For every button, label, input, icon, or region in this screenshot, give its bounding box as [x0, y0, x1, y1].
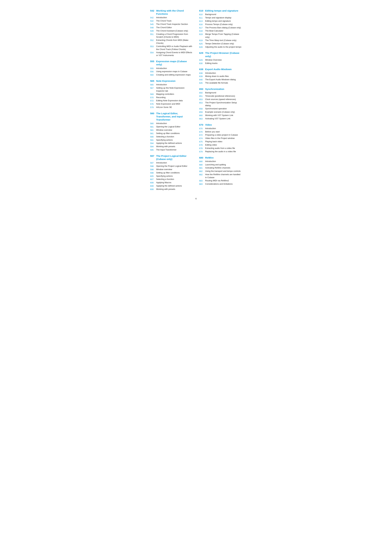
right-column: 610Editing tempo and signature610Backgro… — [199, 6, 242, 191]
list-item: 554Assigning Chord Events to MIDI Effect… — [150, 51, 193, 57]
section-title: The Project Browser (Cubase only) — [205, 51, 242, 58]
entry-text: Routing MIDI via ReWire2 — [205, 179, 229, 182]
entry-page-num: 625 — [199, 42, 205, 45]
list-item: 542Introduction — [150, 16, 193, 19]
entry-text: Considerations and limitations — [205, 183, 233, 186]
entry-page-num: 594 — [150, 145, 156, 148]
list-item: 565Introduction — [150, 83, 193, 86]
list-item: 616Process Tempo (Cubase only) — [199, 23, 242, 26]
entry-page-num: 560 — [150, 73, 156, 77]
entry-text: The available file formats — [205, 81, 228, 85]
entry-text: Setting up filter conditions — [156, 171, 180, 174]
entry-page-num: 554 — [150, 51, 156, 54]
entry-text: The Project Synchronization Setup dialog — [205, 101, 242, 107]
entry-page-num: 553 — [150, 45, 156, 48]
list-item: 545The Chord Track Inspector Section — [150, 23, 193, 26]
list-item: 595The Input Transformer — [150, 148, 193, 152]
entry-text: Launching and quitting — [205, 163, 226, 166]
entry-page-num: 542 — [150, 20, 156, 23]
list-item: 548The Chord Editor — [150, 26, 193, 29]
entry-text: Working with presets — [156, 145, 175, 148]
entry-page-num: 590 — [150, 135, 156, 139]
entry-page-num: 607 — [150, 178, 156, 181]
entry-page-num: 670 — [199, 127, 205, 130]
entry-text: HALion Sonic SE — [156, 106, 172, 109]
section-page-num: 597 — [150, 154, 156, 157]
entry-page-num: 597 — [150, 161, 156, 165]
list-item: 682How the ReWire channels are handled i… — [199, 173, 242, 179]
entry-page-num: 605 — [150, 175, 156, 178]
list-item: 650Background — [199, 91, 242, 95]
entry-text: Adjusting the audio to the project tempo — [205, 45, 242, 49]
list-item: 608Working with presets — [150, 188, 193, 191]
list-item: 556Using expression maps in Cubase — [150, 70, 193, 73]
entry-page-num: 542 — [150, 16, 156, 19]
list-item: 555Introduction — [150, 67, 193, 70]
entry-page-num: 663 — [199, 117, 205, 120]
entry-text: Introduction — [205, 72, 216, 75]
entry-page-num: 680 — [199, 163, 205, 167]
list-item: 581Window overview — [150, 129, 193, 132]
entry-text: Using the transport and tempo controls — [205, 170, 241, 173]
list-item: 598Opening the Project Logical Editor — [150, 165, 193, 168]
list-item: 542The Chord Track — [150, 20, 193, 23]
entry-text: Process Tempo (Cubase only) — [205, 23, 233, 26]
entry-page-num: 682 — [199, 170, 205, 173]
entry-page-num: 680 — [199, 160, 205, 163]
entry-page-num: 640 — [199, 78, 205, 81]
entry-text: Recording — [156, 96, 165, 99]
list-item: 567Setting up the Note Expression Inspec… — [150, 87, 193, 93]
entry-text: Opening the Logical Editor — [156, 125, 180, 128]
list-item: 597Introduction — [150, 161, 193, 165]
entry-text: Mapping controllers — [156, 93, 174, 96]
section-title: Video — [205, 123, 212, 126]
section-header-row: 629The Project Browser (Cubase only) — [199, 51, 242, 58]
entry-text: The Chord Assistant (Cubase only) — [156, 29, 188, 32]
list-item: 552Extracting Chords from MIDI (Make Cho… — [150, 39, 193, 45]
entry-text: Video files in the Project window — [205, 137, 235, 140]
entry-page-num: 594 — [150, 142, 156, 145]
entry-page-num: 611 — [199, 16, 205, 20]
entry-text: Working with VST System Link — [205, 114, 233, 117]
entry-text: Window overview — [156, 168, 172, 171]
section-header-row: 670Video — [199, 123, 242, 126]
entry-page-num: 545 — [150, 23, 156, 26]
entry-page-num: 569 — [150, 93, 156, 96]
list-item: 576Note Expression and MIDI — [150, 102, 193, 106]
section-header-row: 610Editing tempo and signature — [199, 9, 242, 12]
entry-page-num: 630 — [199, 62, 205, 65]
section-page-num: 610 — [199, 9, 205, 12]
list-item: 675Playing back video — [199, 140, 242, 143]
section-title: The Project Logical Editor (Cubase only) — [156, 154, 193, 161]
entry-text: Introduction — [205, 127, 216, 130]
list-item: 680Launching and quitting — [199, 163, 242, 167]
entry-text: Introduction — [156, 16, 167, 19]
entry-text: Introduction — [156, 122, 167, 125]
list-item: 658Synchronized operation — [199, 107, 242, 110]
entry-text: Playing back video — [205, 140, 222, 143]
entry-page-num: 598 — [150, 165, 156, 168]
list-item: 560Creating and editing expression maps — [150, 73, 193, 77]
entry-page-num: 581 — [150, 132, 156, 135]
list-item: 608Applying the defined actions — [150, 184, 193, 188]
entry-text: Activating VST System Link — [205, 117, 230, 120]
list-item: 580Introduction — [150, 122, 193, 125]
entry-page-num: 570 — [150, 96, 156, 99]
entry-page-num: 628 — [199, 45, 205, 49]
list-item: 613Editing tempo and signature — [199, 20, 242, 23]
entry-text: The Beat Calculator — [205, 29, 223, 32]
entry-text: Using expression maps in Cubase — [156, 70, 187, 73]
section-page-num: 629 — [199, 51, 205, 54]
entry-page-num: 679 — [199, 150, 205, 153]
entry-text: Merge Tempo From Tapping (Cubase only) — [205, 33, 242, 39]
entry-page-num: 645 — [199, 81, 205, 85]
entry-page-num: 653 — [199, 98, 205, 101]
entry-page-num: 651 — [199, 95, 205, 98]
entry-text: Clock sources (speed references) — [205, 98, 236, 101]
list-item: 594Working with presets — [150, 145, 193, 148]
entry-text: Editing tempo and signature — [205, 20, 231, 23]
entry-text: Preparing a video project in Cubase — [205, 133, 238, 137]
entry-page-num: 619 — [199, 33, 205, 36]
section-title: The Logical Editor, Transformer, and Inp… — [156, 112, 193, 121]
list-item: 590Selecting a function — [150, 135, 193, 139]
